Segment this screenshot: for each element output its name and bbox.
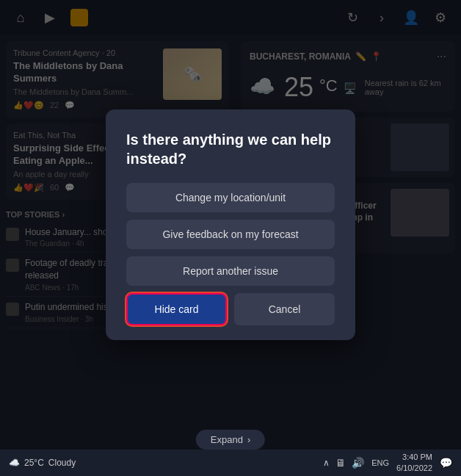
taskbar-cloud-icon: ☁️ — [9, 458, 20, 468]
help-dialog: Is there anything we can help instead? C… — [106, 109, 355, 340]
display-icon[interactable]: 🖥 — [335, 457, 346, 469]
expand-bar[interactable]: Expand › — [196, 430, 265, 450]
hide-card-button[interactable]: Hide card — [126, 293, 227, 325]
dialog-footer: Hide card Cancel — [126, 293, 335, 325]
taskbar-temp: 25°C — [24, 458, 44, 468]
chevron-up-icon[interactable]: ∧ — [323, 458, 330, 468]
taskbar-datetime: 3:40 PM 6/10/2022 — [396, 452, 432, 475]
change-location-button[interactable]: Change my location/unit — [126, 183, 335, 212]
taskbar-date-value: 6/10/2022 — [396, 463, 432, 474]
taskbar-lang: ENG — [371, 458, 389, 467]
notification-icon[interactable]: 💬 — [440, 457, 452, 469]
expand-arrow-icon: › — [247, 434, 250, 445]
cancel-button[interactable]: Cancel — [234, 293, 335, 325]
taskbar-weather: ☁️ 25°C Cloudy — [9, 458, 76, 468]
taskbar-condition: Cloudy — [48, 458, 76, 468]
report-issue-button[interactable]: Report another issue — [126, 256, 335, 286]
taskbar-time-value: 3:40 PM — [396, 452, 432, 463]
taskbar-sys-icons: ∧ 🖥 🔊 — [323, 457, 364, 469]
taskbar: ☁️ 25°C Cloudy ∧ 🖥 🔊 ENG 3:40 PM 6/10/20… — [0, 450, 461, 476]
give-feedback-button[interactable]: Give feedback on my forecast — [126, 220, 335, 249]
modal-overlay: Is there anything we can help instead? C… — [0, 0, 461, 450]
volume-icon[interactable]: 🔊 — [352, 457, 364, 469]
taskbar-right: ∧ 🖥 🔊 ENG 3:40 PM 6/10/2022 💬 — [323, 452, 452, 475]
expand-label: Expand — [211, 434, 243, 445]
dialog-title: Is there anything we can help instead? — [126, 130, 335, 168]
